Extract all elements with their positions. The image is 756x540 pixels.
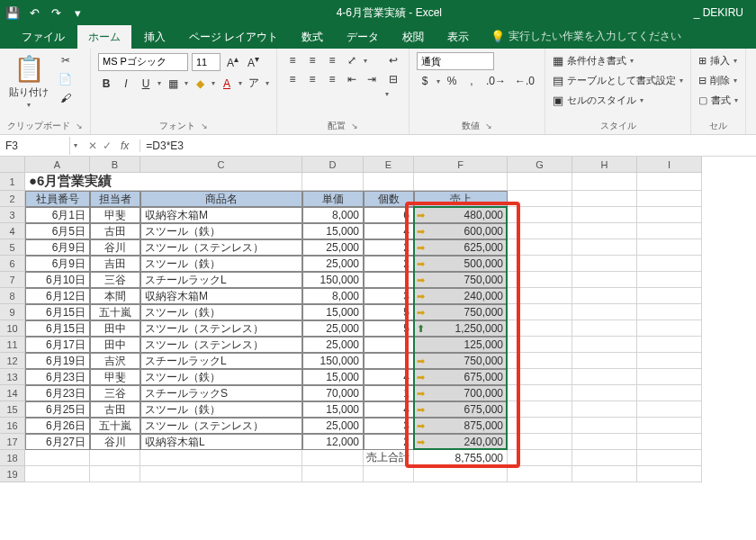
col-header-H[interactable]: H bbox=[572, 157, 637, 173]
cell-product[interactable]: 収納容木箱M bbox=[140, 288, 302, 304]
cell-sales[interactable]: ➡750,000 bbox=[414, 304, 508, 320]
cell-emp[interactable]: 6月9日 bbox=[25, 256, 90, 272]
row-header-19[interactable]: 19 bbox=[0, 466, 25, 482]
header-emp[interactable]: 社員番号 bbox=[25, 191, 90, 207]
cell[interactable] bbox=[572, 173, 637, 191]
cell-price[interactable]: 25,000 bbox=[302, 418, 364, 434]
cell[interactable] bbox=[572, 304, 637, 320]
tab-review[interactable]: 校閲 bbox=[392, 25, 435, 49]
name-box[interactable]: F3 bbox=[0, 137, 70, 155]
cell-staff[interactable]: 谷川 bbox=[90, 239, 140, 256]
cell-emp[interactable]: 6月9日 bbox=[25, 239, 90, 256]
cell-product[interactable]: スツール（鉄） bbox=[140, 256, 302, 272]
cell[interactable] bbox=[508, 450, 572, 466]
header-qty[interactable]: 個数 bbox=[364, 191, 414, 207]
cell-emp[interactable]: 6月1日 bbox=[25, 207, 90, 223]
cell[interactable] bbox=[508, 304, 572, 320]
accounting-format-icon[interactable]: $ bbox=[417, 73, 433, 89]
cell-qty[interactable]: 3 bbox=[364, 418, 414, 434]
cell[interactable] bbox=[302, 173, 364, 191]
cell[interactable] bbox=[572, 288, 637, 304]
cell-qty[interactable]: 2 bbox=[364, 239, 414, 256]
cell[interactable] bbox=[637, 401, 702, 418]
cell-staff[interactable]: 吉田 bbox=[90, 256, 140, 272]
cell-price[interactable]: 25,000 bbox=[302, 239, 364, 256]
format-as-table-button[interactable]: ▤テーブルとして書式設定 ▾ bbox=[553, 72, 683, 89]
cell[interactable] bbox=[637, 450, 702, 466]
row-header-1[interactable]: 1 bbox=[0, 173, 25, 191]
cell-product[interactable]: 収納容木箱M bbox=[140, 207, 302, 223]
undo-icon[interactable]: ↶ bbox=[27, 5, 41, 20]
wrap-text-icon[interactable]: ↩ bbox=[385, 52, 401, 68]
row-header-4[interactable]: 4 bbox=[0, 223, 25, 239]
cell-emp[interactable]: 6月19日 bbox=[25, 353, 90, 369]
underline-button[interactable]: U bbox=[138, 76, 154, 92]
decrease-indent-icon[interactable]: ⇤ bbox=[344, 71, 360, 87]
tab-data[interactable]: データ bbox=[336, 25, 390, 49]
formula-input[interactable]: =D3*E3 bbox=[140, 137, 756, 155]
cell-emp[interactable]: 6月25日 bbox=[25, 401, 90, 418]
cell[interactable] bbox=[637, 288, 702, 304]
cell-price[interactable]: 25,000 bbox=[302, 256, 364, 272]
bold-button[interactable]: B bbox=[98, 76, 114, 92]
sheet-title[interactable]: ●6月営業実績 bbox=[25, 173, 302, 191]
cell-product[interactable]: スツール（ステンレス） bbox=[140, 337, 302, 353]
cell[interactable] bbox=[508, 337, 572, 353]
cell-qty[interactable] bbox=[364, 337, 414, 353]
row-header-12[interactable]: 12 bbox=[0, 353, 25, 369]
cell[interactable] bbox=[637, 353, 702, 369]
cancel-formula-icon[interactable]: ✕ bbox=[88, 140, 97, 152]
decrease-font-icon[interactable]: A▾ bbox=[245, 52, 262, 71]
cell-product[interactable]: スツール（鉄） bbox=[140, 223, 302, 239]
cell[interactable] bbox=[637, 418, 702, 434]
cell[interactable] bbox=[508, 272, 572, 288]
cell[interactable] bbox=[302, 450, 364, 466]
paste-button[interactable]: 📋 貼り付け ▾ bbox=[7, 52, 50, 111]
align-left-icon[interactable]: ≡ bbox=[284, 71, 301, 87]
cell-emp[interactable]: 6月26日 bbox=[25, 418, 90, 434]
row-header-6[interactable]: 6 bbox=[0, 256, 25, 272]
paste-dropdown-icon[interactable]: ▾ bbox=[27, 101, 31, 109]
cell[interactable] bbox=[637, 337, 702, 353]
cell-price[interactable]: 15,000 bbox=[302, 369, 364, 385]
align-center-icon[interactable]: ≡ bbox=[304, 71, 320, 87]
cell[interactable] bbox=[637, 272, 702, 288]
row-header-7[interactable]: 7 bbox=[0, 272, 25, 288]
cell-staff[interactable]: 田中 bbox=[90, 337, 140, 353]
copy-icon[interactable]: 📄 bbox=[56, 71, 75, 87]
cell[interactable] bbox=[90, 450, 140, 466]
cell[interactable] bbox=[508, 434, 572, 450]
cell-price[interactable]: 150,000 bbox=[302, 353, 364, 369]
clipboard-launcher-icon[interactable]: ↘ bbox=[76, 122, 83, 130]
cell-sales[interactable]: ➡600,000 bbox=[414, 223, 508, 239]
cell-qty[interactable] bbox=[364, 272, 414, 288]
enter-formula-icon[interactable]: ✓ bbox=[103, 140, 112, 152]
cell[interactable] bbox=[572, 337, 637, 353]
cell-product[interactable]: スツール（鉄） bbox=[140, 304, 302, 320]
cell[interactable] bbox=[637, 369, 702, 385]
cell-price[interactable]: 150,000 bbox=[302, 272, 364, 288]
font-name-input[interactable] bbox=[98, 53, 188, 71]
cell[interactable] bbox=[508, 401, 572, 418]
cell[interactable] bbox=[637, 207, 702, 223]
cell-qty[interactable]: 5 bbox=[364, 320, 414, 337]
cell[interactable] bbox=[508, 256, 572, 272]
percent-format-icon[interactable]: % bbox=[444, 73, 460, 89]
decrease-decimal-icon[interactable]: ←.0 bbox=[512, 73, 537, 89]
cell-product[interactable]: スチールラックL bbox=[140, 272, 302, 288]
cell[interactable] bbox=[572, 223, 637, 239]
row-header-15[interactable]: 15 bbox=[0, 401, 25, 418]
cell[interactable] bbox=[572, 385, 637, 401]
increase-font-icon[interactable]: A▴ bbox=[224, 52, 241, 71]
row-header-17[interactable]: 17 bbox=[0, 434, 25, 450]
header-staff[interactable]: 担当者 bbox=[90, 191, 140, 207]
cell-qty[interactable] bbox=[364, 353, 414, 369]
cell[interactable] bbox=[572, 272, 637, 288]
cell-qty[interactable]: 4 bbox=[364, 401, 414, 418]
tab-formulas[interactable]: 数式 bbox=[291, 25, 334, 49]
cell[interactable] bbox=[572, 239, 637, 256]
col-header-D[interactable]: D bbox=[302, 157, 364, 173]
cell[interactable] bbox=[508, 369, 572, 385]
cell-sales[interactable]: ➡875,000 bbox=[414, 418, 508, 434]
cell[interactable] bbox=[508, 385, 572, 401]
